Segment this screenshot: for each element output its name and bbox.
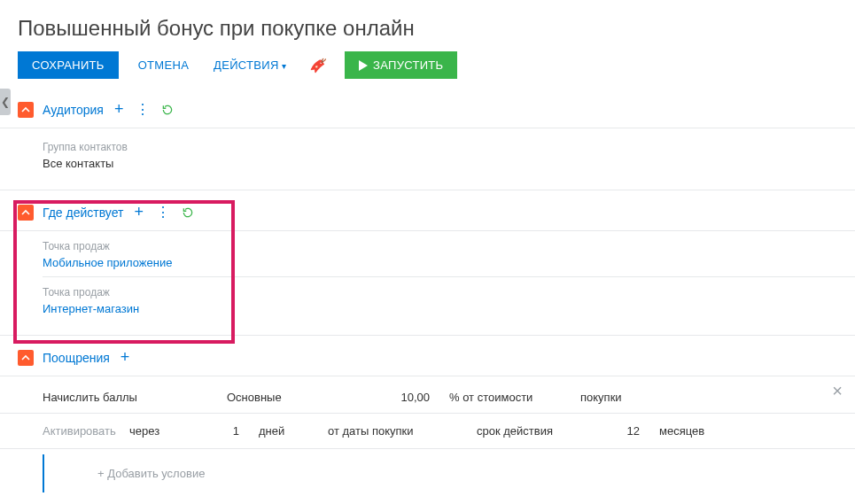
collapse-where-button[interactable]: [18, 205, 34, 221]
audience-menu-icon[interactable]: ⋮: [134, 103, 151, 117]
activation-row: Активировать через 1 дней от даты покупк…: [0, 414, 855, 449]
sidebar-expand-tab[interactable]: ❮: [0, 89, 11, 115]
run-label: ЗАПУСТИТЬ: [373, 58, 443, 72]
collapse-rewards-button[interactable]: [18, 350, 34, 366]
rewards-header: Поощрения +: [0, 336, 855, 376]
where-title[interactable]: Где действует: [43, 205, 123, 220]
accrue-label: Начислить баллы: [43, 391, 220, 404]
list-item: Точка продаж Интернет-магазин: [43, 276, 855, 322]
tag-icon[interactable]: 🔖: [310, 53, 327, 78]
reward-row: Начислить баллы Основные 10,00 % от стои…: [0, 376, 855, 414]
pos-label: Точка продаж: [43, 231, 855, 252]
add-where-button[interactable]: +: [132, 203, 145, 221]
audience-title[interactable]: Аудитория: [43, 103, 104, 117]
audience-body: Группа контактов Все контакты: [0, 128, 855, 190]
list-item: Точка продаж Мобильное приложение: [43, 231, 855, 276]
add-reward-button[interactable]: +: [119, 348, 132, 367]
reward-type[interactable]: Основные: [227, 391, 360, 404]
contact-group-value: Все контакты: [43, 153, 855, 177]
validity-unit[interactable]: месяцев: [659, 424, 748, 438]
toolbar: СОХРАНИТЬ ОТМЕНА ДЕЙСТВИЯ 🔖 ЗАПУСТИТЬ: [0, 51, 855, 95]
where-header: Где действует + ⋮: [0, 190, 855, 230]
collapse-audience-button[interactable]: [18, 102, 34, 118]
actions-dropdown[interactable]: ДЕЙСТВИЯ: [208, 51, 291, 79]
contact-group-label: Группа контактов: [43, 132, 855, 153]
percent-label: % от стоимости: [449, 391, 573, 404]
add-condition-button[interactable]: + Добавить условие: [43, 454, 855, 492]
after-value[interactable]: 1: [198, 424, 252, 438]
of-label[interactable]: покупки: [580, 391, 678, 404]
reward-amount[interactable]: 10,00: [367, 391, 442, 404]
close-reward-icon[interactable]: ×: [832, 381, 843, 401]
save-button[interactable]: СОХРАНИТЬ: [18, 51, 119, 79]
pos-value-eshop[interactable]: Интернет-магазин: [43, 299, 855, 322]
pos-value-mobile[interactable]: Мобильное приложение: [43, 252, 855, 276]
page-title: Повышенный бонус при покупке онлайн: [0, 0, 855, 51]
rewards-title[interactable]: Поощрения: [43, 351, 110, 365]
audience-header: Аудитория + ⋮: [0, 95, 855, 128]
validity-label: срок действия: [477, 424, 592, 438]
play-icon: [359, 60, 368, 71]
after-unit[interactable]: дней: [259, 424, 321, 438]
after-label[interactable]: через: [129, 424, 191, 438]
where-menu-icon[interactable]: ⋮: [154, 205, 171, 220]
cancel-button[interactable]: ОТМЕНА: [133, 51, 194, 79]
refresh-audience-icon[interactable]: [159, 104, 175, 116]
from-label: от даты покупки: [328, 424, 470, 438]
where-body: Точка продаж Мобильное приложение Точка …: [0, 230, 855, 336]
activate-label: Активировать: [43, 424, 122, 438]
run-button[interactable]: ЗАПУСТИТЬ: [345, 51, 457, 79]
refresh-where-icon[interactable]: [180, 206, 196, 219]
pos-label: Точка продаж: [43, 277, 855, 299]
validity-value[interactable]: 12: [599, 424, 652, 438]
add-audience-button[interactable]: +: [113, 100, 126, 119]
